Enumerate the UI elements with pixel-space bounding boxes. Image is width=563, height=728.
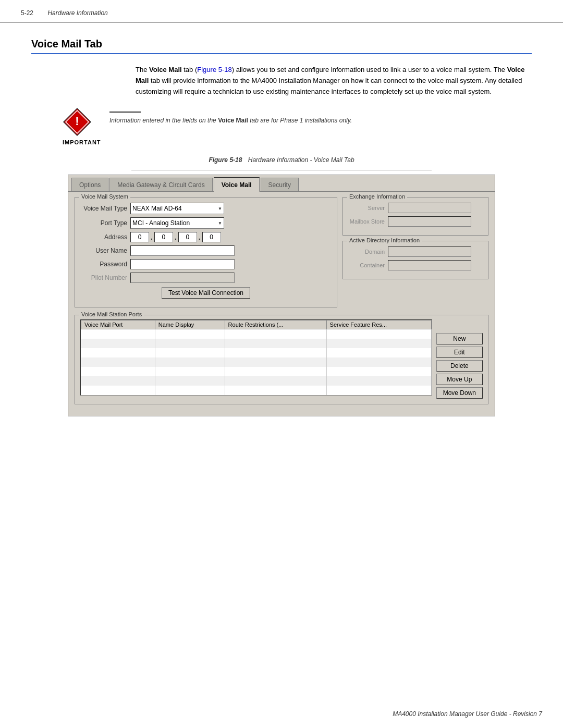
port-type-select[interactable]: MCI - Analog Station — [130, 217, 224, 229]
address-octet-1[interactable] — [130, 232, 149, 242]
voice-mail-type-row: Voice Mail Type NEAX Mail AD-64 — [80, 203, 332, 214]
table-row — [81, 376, 432, 386]
dialog-container: Options Media Gateway & Circuit Cards Vo… — [68, 175, 495, 416]
password-input[interactable] — [130, 259, 235, 269]
server-row: Server — [348, 203, 483, 213]
tab-voice-mail[interactable]: Voice Mail — [214, 177, 260, 192]
station-ports-title: Voice Mail Station Ports — [79, 311, 144, 317]
container-row: Container — [348, 260, 483, 270]
tab-options[interactable]: Options — [71, 178, 108, 191]
table-row — [81, 357, 432, 367]
page-footer: MA4000 Installation Manager User Guide -… — [393, 710, 542, 718]
password-label: Password — [80, 261, 127, 268]
pilot-number-row: Pilot Number — [80, 273, 332, 283]
important-icon: ! IMPORTANT — [63, 107, 99, 144]
pilot-number-label: Pilot Number — [80, 274, 127, 281]
delete-button[interactable]: Delete — [436, 360, 483, 372]
address-label: Address — [80, 233, 127, 241]
port-type-row: Port Type MCI - Analog Station — [80, 217, 332, 229]
col-name-display: Name Display — [155, 320, 225, 329]
station-ports-table: Voice Mail Port Name Display Route Restr… — [81, 320, 432, 395]
table-row — [81, 339, 432, 348]
figure-link[interactable]: Figure 5-18 — [197, 66, 231, 73]
move-up-button[interactable]: Move Up — [436, 374, 483, 385]
figure-caption: Figure 5-18 Hardware Information - Voice… — [31, 156, 532, 164]
password-row: Password — [80, 259, 332, 269]
table-row — [81, 386, 432, 395]
domain-input — [388, 246, 471, 257]
user-name-input[interactable] — [130, 245, 235, 256]
voicemail-type-select-wrapper: NEAX Mail AD-64 — [130, 203, 224, 214]
mailbox-input — [388, 216, 471, 227]
active-directory-title: Active Directory Information — [347, 237, 422, 243]
station-ports-content: Voice Mail Port Name Display Route Restr… — [80, 319, 483, 399]
container-label: Container — [348, 262, 385, 268]
mailbox-label: Mailbox Store — [348, 218, 385, 225]
domain-row: Domain — [348, 246, 483, 257]
col-route-restrictions: Route Restrictions (... — [225, 320, 326, 329]
voicemail-bold1: Voice Mail — [149, 66, 182, 73]
server-label: Server — [348, 205, 385, 211]
user-name-row: User Name — [80, 245, 332, 256]
station-ports-table-container: Voice Mail Port Name Display Route Restr… — [80, 319, 432, 396]
address-octet-2[interactable] — [154, 232, 173, 242]
svg-text:!: ! — [75, 115, 79, 128]
voice-mail-system-group: Voice Mail System Voice Mail Type NEAX M… — [75, 197, 337, 307]
move-down-button[interactable]: Move Down — [436, 387, 483, 399]
port-type-select-wrapper: MCI - Analog Station — [130, 217, 224, 229]
table-row — [81, 329, 432, 339]
voice-mail-system-title: Voice Mail System — [79, 193, 130, 200]
action-buttons: New Edit Delete Move Up Move Down — [436, 319, 483, 399]
address-fields: . . . — [130, 232, 221, 242]
mailbox-row: Mailbox Store — [348, 216, 483, 227]
edit-button[interactable]: Edit — [436, 347, 483, 358]
active-directory-group: Active Directory Information Domain Cont… — [342, 241, 488, 279]
dialog-content: Voice Mail System Voice Mail Type NEAX M… — [68, 192, 495, 416]
user-name-label: User Name — [80, 247, 127, 254]
col-service-feature: Service Feature Res... — [326, 320, 431, 329]
page-number: 5-22 — [21, 9, 33, 17]
test-button-row: Test Voice Mail Connection — [80, 287, 332, 299]
voicemail-type-label: Voice Mail Type — [80, 205, 127, 212]
address-octet-3[interactable] — [178, 232, 197, 242]
table-row — [81, 367, 432, 376]
address-octet-4[interactable] — [202, 232, 221, 242]
server-input — [388, 203, 471, 213]
tab-security[interactable]: Security — [261, 178, 299, 191]
address-row: Address . . . — [80, 232, 332, 242]
container-input — [388, 260, 471, 270]
port-type-label: Port Type — [80, 219, 127, 227]
page-header: 5-22 Hardware Information — [21, 9, 108, 17]
test-connection-button[interactable]: Test Voice Mail Connection — [162, 287, 250, 299]
table-row — [81, 348, 432, 357]
tab-bar: Options Media Gateway & Circuit Cards Vo… — [68, 175, 495, 192]
body-text: The Voice Mail tab (Figure 5-18) allows … — [136, 65, 532, 97]
tab-media-gateway[interactable]: Media Gateway & Circuit Cards — [109, 178, 212, 191]
col-voice-mail-port: Voice Mail Port — [81, 320, 155, 329]
voicemail-type-select[interactable]: NEAX Mail AD-64 — [130, 203, 224, 214]
note-content: Information entered in the fields on the… — [109, 107, 352, 125]
exchange-info-group: Exchange Information Server Mailbox Stor… — [342, 197, 488, 236]
voicemail-bold2: Voice Mail — [136, 66, 524, 84]
exchange-info-title: Exchange Information — [347, 193, 407, 200]
section-title: Voice Mail Tab — [31, 38, 532, 54]
section-name: Hardware Information — [47, 9, 107, 17]
pilot-number-input — [130, 273, 235, 283]
station-ports-group: Voice Mail Station Ports Voice Mail Port… — [75, 315, 488, 404]
new-button[interactable]: New — [436, 333, 483, 344]
important-note: ! IMPORTANT Information entered in the f… — [63, 107, 532, 144]
domain-label: Domain — [348, 249, 385, 255]
